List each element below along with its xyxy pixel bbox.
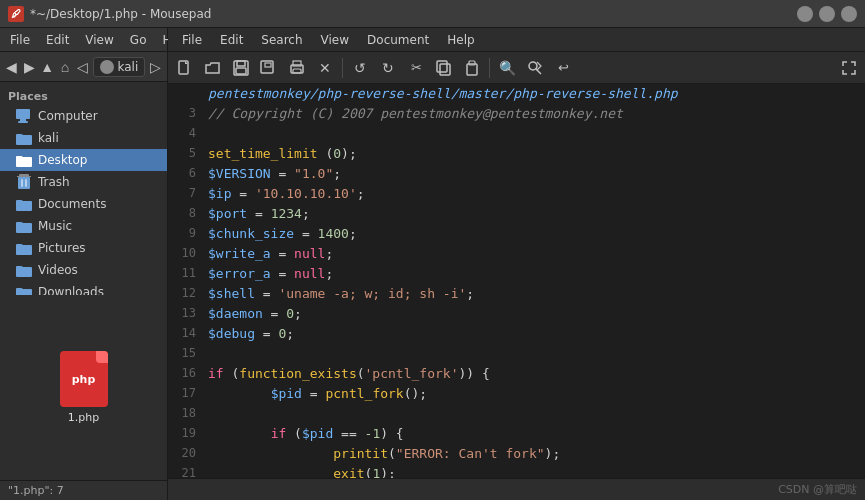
folder-documents-icon (16, 196, 32, 212)
location-text: kali (118, 60, 139, 74)
forward-button[interactable]: ▶ (22, 56, 38, 78)
editor-menu-help[interactable]: Help (439, 31, 482, 49)
line-number: 20 (168, 444, 204, 464)
sidebar-item-pictures[interactable]: Pictures (0, 237, 167, 259)
sidebar-item-trash[interactable]: Trash (0, 171, 167, 193)
line-number: 13 (168, 304, 204, 324)
undo-button[interactable]: ↺ (347, 56, 373, 80)
close-file-button[interactable]: ✕ (312, 56, 338, 80)
redo-button[interactable]: ↻ (375, 56, 401, 80)
line-number: 16 (168, 364, 204, 384)
line-content: $VERSION = "1.0"; (204, 164, 865, 184)
code-line-8: 8 $port = 1234; (168, 204, 865, 224)
code-line-4: 4 (168, 124, 865, 144)
code-line-19: 19 if ($pid == -1) { (168, 424, 865, 444)
sidebar-label-kali: kali (38, 131, 59, 145)
location-bar[interactable]: kali (93, 57, 146, 77)
svg-rect-20 (437, 61, 447, 72)
editor-menu-search[interactable]: Search (253, 31, 310, 49)
find-replace-button[interactable] (522, 56, 548, 80)
line-content: $error_a = null; (204, 264, 865, 284)
line-number (168, 84, 204, 104)
line-number: 4 (168, 124, 204, 144)
editor-menu-document[interactable]: Document (359, 31, 437, 49)
save-all-button[interactable] (256, 56, 282, 80)
svg-rect-22 (469, 61, 475, 65)
location-toggle[interactable]: ▷ (147, 56, 163, 78)
svg-rect-4 (19, 174, 29, 177)
copy-button[interactable] (431, 56, 457, 80)
sidebar-item-kali[interactable]: kali (0, 127, 167, 149)
sidebar-item-documents[interactable]: Documents (0, 193, 167, 215)
line-content (204, 124, 865, 144)
line-number: 19 (168, 424, 204, 444)
line-number: 11 (168, 264, 204, 284)
editor-toolbar: ✕ ↺ ↻ ✂ 🔍 (168, 52, 865, 84)
up-button[interactable]: ▲ (39, 56, 55, 78)
fullscreen-button[interactable] (837, 56, 861, 80)
home-button[interactable]: ⌂ (57, 56, 73, 78)
line-number: 3 (168, 104, 204, 124)
editor-content[interactable]: pentestmonkey/php-reverse-shell/master/p… (168, 84, 865, 478)
titlebar: 🖊 *~/Desktop/1.php - Mousepad (0, 0, 865, 28)
svg-rect-0 (16, 109, 30, 119)
sidebar-label-downloads: Downloads (38, 285, 104, 295)
file-type-label: php (72, 373, 96, 386)
watermark: CSDN @算吧哒 (778, 482, 857, 497)
file-icon-img: php (60, 351, 108, 407)
fm-statusbar: "1.php": 7 (0, 480, 167, 500)
maximize-button[interactable] (819, 6, 835, 22)
code-line-9: 9 $chunk_size = 1400; (168, 224, 865, 244)
cut-button[interactable]: ✂ (403, 56, 429, 80)
sidebar-item-computer[interactable]: Computer (0, 105, 167, 127)
file-item-1php[interactable]: php 1.php (60, 351, 108, 424)
minimize-button[interactable] (797, 6, 813, 22)
code-line-17: 17 $pid = pcntl_fork(); (168, 384, 865, 404)
app-icon: 🖊 (8, 6, 24, 22)
editor-menu-file[interactable]: File (174, 31, 210, 49)
sidebar-item-downloads[interactable]: Downloads (0, 281, 167, 295)
goto-line-button[interactable]: ↩ (550, 56, 576, 80)
editor-panel: File Edit Search View Document Help (168, 28, 865, 500)
sidebar-label-computer: Computer (38, 109, 98, 123)
breadcrumb-toggle[interactable]: ◁ (75, 56, 91, 78)
code-line-7: 7 $ip = '10.10.10.10'; (168, 184, 865, 204)
new-file-button[interactable] (172, 56, 198, 80)
fm-menu-edit[interactable]: Edit (40, 31, 75, 49)
line-number: 6 (168, 164, 204, 184)
find-button[interactable]: 🔍 (494, 56, 520, 80)
line-number: 5 (168, 144, 204, 164)
titlebar-left: 🖊 *~/Desktop/1.php - Mousepad (8, 6, 211, 22)
sidebar-label-desktop: Desktop (38, 153, 88, 167)
svg-rect-19 (440, 64, 450, 75)
fm-menu-file[interactable]: File (4, 31, 36, 49)
code-line-16: 16 if (function_exists('pcntl_fork')) { (168, 364, 865, 384)
sidebar-item-music[interactable]: Music (0, 215, 167, 237)
close-button[interactable] (841, 6, 857, 22)
fm-menu-go[interactable]: Go (124, 31, 153, 49)
folder-desktop-icon (16, 152, 32, 168)
save-button[interactable] (228, 56, 254, 80)
open-file-button[interactable] (200, 56, 226, 80)
line-content: $daemon = 0; (204, 304, 865, 324)
line-content: if (function_exists('pcntl_fork')) { (204, 364, 865, 384)
sidebar-label-pictures: Pictures (38, 241, 86, 255)
folder-pictures-icon (16, 240, 32, 256)
sidebar-item-desktop[interactable]: Desktop (0, 149, 167, 171)
print-button[interactable] (284, 56, 310, 80)
folder-downloads-icon (16, 284, 32, 295)
editor-menu-edit[interactable]: Edit (212, 31, 251, 49)
code-line-14: 14 $debug = 0; (168, 324, 865, 344)
sidebar-item-videos[interactable]: Videos (0, 259, 167, 281)
code-line-3: 3 // Copyright (C) 2007 pentestmonkey@pe… (168, 104, 865, 124)
line-number: 12 (168, 284, 204, 304)
editor-menu-view[interactable]: View (313, 31, 357, 49)
line-content: pentestmonkey/php-reverse-shell/master/p… (204, 84, 865, 104)
sidebar-label-documents: Documents (38, 197, 106, 211)
svg-rect-6 (21, 179, 23, 187)
paste-button[interactable] (459, 56, 485, 80)
code-line-11: 11 $error_a = null; (168, 264, 865, 284)
back-button[interactable]: ◀ (4, 56, 20, 78)
location-icon (100, 60, 114, 74)
fm-menu-view[interactable]: View (79, 31, 119, 49)
